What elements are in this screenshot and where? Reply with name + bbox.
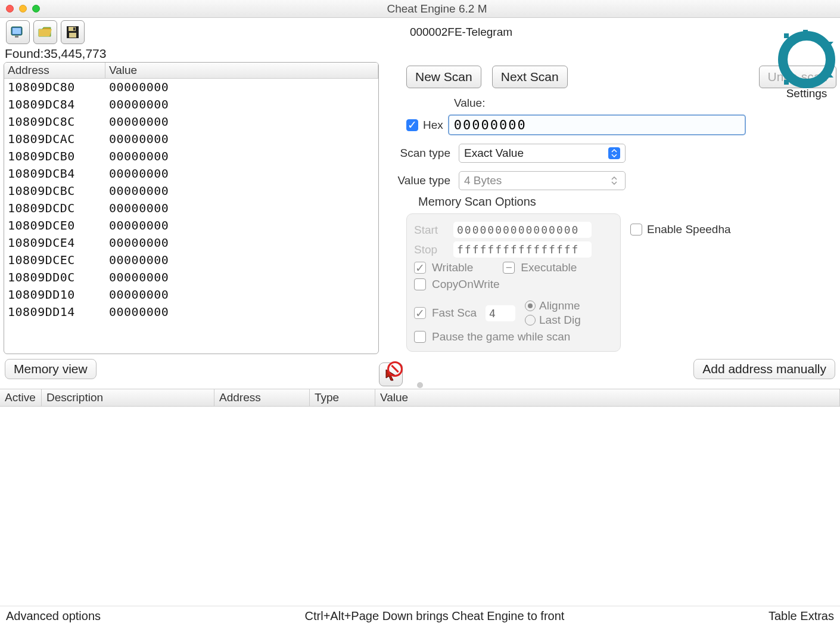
select-process-button[interactable] (6, 20, 30, 44)
status-hint: Ctrl+Alt+Page Down brings Cheat Engine t… (305, 609, 565, 623)
executable-checkbox[interactable]: − (503, 262, 515, 274)
memory-view-button[interactable]: Memory view (5, 359, 97, 379)
results-row[interactable]: 10809DCE400000000 (4, 234, 378, 252)
zoom-window-icon[interactable] (32, 5, 40, 13)
results-row[interactable]: 10809DCB400000000 (4, 165, 378, 182)
executable-label: Executable (521, 261, 577, 274)
col-active[interactable]: Active (0, 389, 42, 406)
splitter-handle[interactable] (0, 382, 840, 389)
col-address[interactable]: Address (214, 389, 310, 406)
window-title: Cheat Engine 6.2 M (40, 2, 834, 16)
alignment-radio[interactable] (525, 300, 536, 311)
fastscan-checkbox[interactable]: ✓ (414, 307, 426, 319)
results-row[interactable]: 10809DC8000000000 (4, 79, 378, 96)
scan-type-value: Exact Value (464, 147, 524, 160)
save-disk-icon (65, 24, 80, 40)
new-scan-button[interactable]: New Scan (406, 66, 481, 88)
mem-start-label: Start (414, 224, 447, 237)
close-window-icon[interactable] (6, 5, 14, 13)
folder-open-icon (38, 24, 53, 40)
copyonwrite-checkbox[interactable] (414, 278, 426, 290)
results-header-value[interactable]: Value (105, 63, 378, 78)
status-bar: Advanced options Ctrl+Alt+Page Down brin… (0, 606, 840, 626)
value-type-label: Value type (393, 174, 450, 187)
results-row[interactable]: 10809DCB000000000 (4, 148, 378, 165)
settings-label[interactable]: Settings (786, 87, 827, 100)
svg-rect-1 (13, 28, 21, 34)
svg-rect-11 (803, 30, 808, 35)
results-row[interactable]: 10809DD0C00000000 (4, 269, 378, 286)
results-row[interactable]: 10809DC8C00000000 (4, 113, 378, 131)
toolbar: 000002FE-Telegram (0, 18, 840, 45)
results-row[interactable]: 10809DCDC00000000 (4, 200, 378, 217)
fastscan-value-input[interactable] (486, 305, 515, 321)
col-value[interactable]: Value (375, 389, 840, 406)
results-row[interactable]: 10809DCBC00000000 (4, 182, 378, 200)
results-row[interactable]: 10809DD1000000000 (4, 286, 378, 303)
last-digits-label: Last Dig (539, 314, 581, 327)
results-row[interactable]: 10809DCE000000000 (4, 217, 378, 234)
svg-rect-6 (73, 27, 75, 30)
address-list-body[interactable] (0, 407, 840, 538)
copyonwrite-label: CopyOnWrite (432, 278, 500, 291)
computer-icon (10, 24, 26, 40)
alignment-label: Alignme (539, 299, 580, 312)
window-controls (6, 5, 40, 13)
scan-type-label: Scan type (393, 147, 450, 160)
memory-scan-options-heading: Memory Scan Options (406, 193, 836, 211)
add-address-manually-button[interactable]: Add address manually (693, 359, 835, 379)
svg-rect-10 (784, 80, 789, 85)
value-label: Value: (454, 97, 485, 110)
pause-while-scan-label: Pause the game while scan (432, 330, 570, 343)
mem-stop-input[interactable] (453, 241, 592, 258)
results-body[interactable]: 10809DC800000000010809DC840000000010809D… (4, 79, 378, 350)
dropdown-icon (608, 147, 620, 159)
enable-speedhack-checkbox[interactable] (630, 224, 642, 235)
results-row[interactable]: 10809DC8400000000 (4, 96, 378, 113)
scan-value-input[interactable] (448, 114, 746, 135)
titlebar: Cheat Engine 6.2 M (0, 0, 840, 18)
scan-type-select[interactable]: Exact Value (459, 144, 626, 163)
svg-rect-9 (779, 56, 784, 61)
address-list-header: Active Description Address Type Value (0, 389, 840, 407)
cheat-engine-logo-icon[interactable] (777, 30, 836, 89)
hex-label: Hex (423, 119, 443, 132)
svg-rect-5 (69, 33, 76, 38)
advanced-options-button[interactable]: Advanced options (6, 609, 101, 623)
value-type-select[interactable]: 4 Bytes (459, 171, 626, 190)
results-header-address[interactable]: Address (4, 63, 105, 78)
svg-rect-2 (15, 36, 18, 38)
fastscan-label: Fast Sca (432, 306, 480, 320)
minimize-window-icon[interactable] (19, 5, 27, 13)
writable-label: Writable (432, 261, 473, 274)
process-name: 000002FE-Telegram (88, 26, 834, 39)
mem-stop-label: Stop (414, 243, 447, 256)
clear-list-icon[interactable] (387, 361, 403, 377)
open-file-button[interactable] (33, 20, 57, 44)
table-extras-button[interactable]: Table Extras (769, 609, 834, 623)
hex-checkbox[interactable]: ✓ (406, 119, 418, 131)
enable-speedhack-label: Enable Speedha (647, 223, 731, 236)
results-row[interactable]: 10809DD1400000000 (4, 303, 378, 321)
col-type[interactable]: Type (310, 389, 375, 406)
writable-checkbox[interactable]: ✓ (414, 262, 426, 274)
last-digits-radio[interactable] (525, 315, 536, 326)
col-description[interactable]: Description (42, 389, 214, 406)
memory-scan-options-panel: Start Stop ✓ Writable − Executable CopyO… (406, 213, 621, 352)
pause-while-scan-checkbox[interactable] (414, 331, 426, 343)
svg-rect-8 (784, 33, 789, 38)
scan-results-table: Address Value 10809DC800000000010809DC84… (4, 62, 379, 354)
results-row[interactable]: 10809DCAC00000000 (4, 131, 378, 148)
value-type-value: 4 Bytes (464, 174, 502, 187)
next-scan-button[interactable]: Next Scan (492, 66, 568, 88)
results-row[interactable]: 10809DCEC00000000 (4, 252, 378, 269)
save-file-button[interactable] (61, 20, 85, 44)
found-count-label: Found:35,445,773 (0, 45, 840, 62)
dropdown-icon (608, 175, 620, 187)
mem-start-input[interactable] (453, 222, 592, 238)
